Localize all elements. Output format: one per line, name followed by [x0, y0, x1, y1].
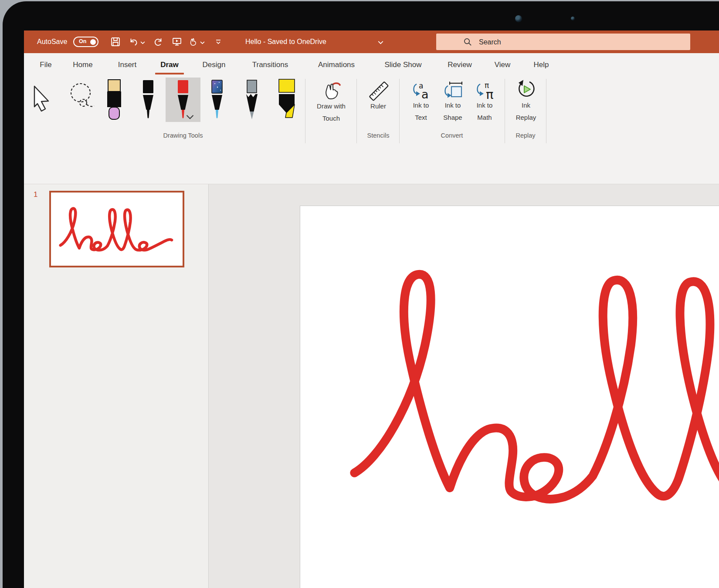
search-box[interactable]	[436, 34, 690, 50]
autosave-toggle-state: On	[79, 38, 86, 44]
replay-group-label: Replay	[516, 132, 535, 139]
touch-draw-icon[interactable]	[188, 37, 198, 47]
group-divider	[399, 79, 400, 143]
tab-home[interactable]: Home	[73, 53, 92, 76]
device-screenshot: AutoSave On	[0, 0, 719, 588]
ink-to-math-button[interactable]: π π Ink to Math	[465, 76, 504, 146]
drawing-tools-group-label: Drawing Tools	[163, 132, 203, 139]
workspace: 1	[24, 184, 719, 588]
draw-with-touch-icon	[321, 81, 342, 101]
ribbon-draw-tab-content: Drawing Tools Draw with Touch	[24, 76, 719, 184]
undo-dropdown-chevron-icon[interactable]	[140, 41, 145, 44]
svg-text:π: π	[486, 87, 493, 101]
ruler-icon	[368, 80, 390, 101]
group-divider	[546, 79, 546, 143]
draw-with-touch-label-line1: Draw with	[317, 102, 346, 110]
slide-canvas[interactable]	[300, 206, 719, 588]
slide-thumbnail-panel: 1	[24, 184, 208, 588]
lasso-select-tool-icon[interactable]	[68, 82, 95, 110]
undo-icon[interactable]	[129, 37, 139, 47]
stencils-group-label: Stencils	[367, 132, 390, 139]
tab-design[interactable]: Design	[203, 53, 226, 76]
highlighter-tool-icon[interactable]	[276, 78, 297, 122]
draw-with-touch-label-line2: Touch	[322, 115, 340, 122]
save-icon[interactable]	[110, 37, 121, 47]
slide-thumbnail[interactable]	[49, 191, 184, 267]
ink-to-text-label-line2: Text	[415, 114, 427, 121]
svg-text:a: a	[421, 88, 429, 101]
ruler-label: Ruler	[370, 102, 386, 110]
search-icon	[463, 37, 472, 47]
ink-to-text-icon: a a	[410, 80, 431, 101]
ink-replay-label-line1: Ink	[522, 101, 530, 109]
ink-to-shape-icon	[442, 80, 463, 101]
search-input[interactable]	[478, 34, 672, 51]
tab-file[interactable]: File	[40, 53, 51, 76]
document-title[interactable]: Hello - Saved to OneDrive	[245, 30, 326, 53]
app-window: AutoSave On	[24, 30, 719, 588]
ribbon-tab-bar: File Home Insert Draw Design Transitions…	[24, 53, 719, 76]
convert-group-label: Convert	[441, 132, 463, 139]
tab-slide-show[interactable]: Slide Show	[384, 53, 421, 76]
select-tool-icon[interactable]	[32, 81, 51, 116]
ink-to-math-label-line2: Math	[477, 114, 492, 121]
ink-to-math-label-line1: Ink to	[477, 101, 493, 109]
title-bar: AutoSave On	[24, 30, 719, 53]
slide-ink-hello	[337, 240, 719, 541]
tab-review[interactable]: Review	[448, 53, 472, 76]
camera-dot-large	[515, 15, 522, 22]
redo-icon[interactable]	[153, 37, 163, 47]
ink-to-shape-label-line1: Ink to	[445, 101, 461, 109]
ink-replay-label-line2: Replay	[516, 114, 536, 121]
eraser-tool-icon[interactable]	[105, 78, 124, 122]
start-slideshow-icon[interactable]	[172, 37, 182, 47]
ink-replay-icon	[516, 79, 536, 100]
tab-insert[interactable]: Insert	[118, 53, 137, 76]
autosave-label: AutoSave	[37, 30, 67, 53]
pen-options-chevron-icon[interactable]	[186, 115, 194, 119]
autosave-toggle-knob	[90, 39, 96, 45]
autosave-toggle[interactable]: On	[73, 37, 98, 47]
slide-number: 1	[34, 190, 37, 199]
draw-with-touch-button[interactable]: Draw with Touch	[305, 76, 356, 146]
tab-animations[interactable]: Animations	[318, 53, 355, 76]
touch-draw-dropdown-chevron-icon[interactable]	[200, 41, 205, 44]
tab-view[interactable]: View	[495, 53, 511, 76]
slide-editing-area	[209, 184, 719, 588]
group-divider	[505, 79, 505, 143]
pen-black-tool-icon[interactable]	[139, 78, 158, 122]
tab-transitions[interactable]: Transitions	[252, 53, 288, 76]
pencil-tool-icon[interactable]	[242, 78, 261, 122]
active-tab-underline	[155, 73, 184, 74]
camera-dot-small	[571, 17, 575, 20]
tab-help[interactable]: Help	[534, 53, 549, 76]
pen-galaxy-tool-icon[interactable]	[207, 78, 227, 122]
ink-to-text-label-line1: Ink to	[413, 101, 429, 109]
thumbnail-ink-hello	[57, 202, 177, 258]
ink-to-math-icon: π π	[474, 80, 495, 101]
ink-to-shape-label-line2: Shape	[443, 114, 462, 121]
title-dropdown-chevron-icon[interactable]	[378, 41, 383, 44]
quick-access-customize-icon[interactable]	[213, 37, 224, 47]
